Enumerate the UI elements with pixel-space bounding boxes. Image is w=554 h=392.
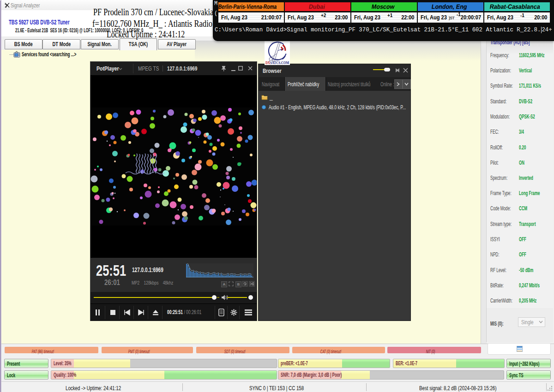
svg-text:DXSATCS.COM: DXSATCS.COM [265, 60, 289, 65]
